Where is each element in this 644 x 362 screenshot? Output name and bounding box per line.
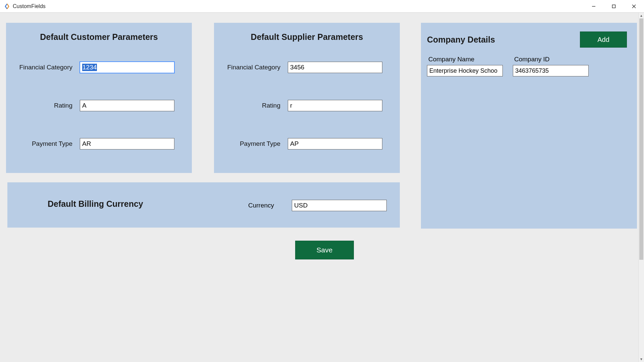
scrollbar-down-arrow-icon[interactable]: ▼ <box>639 356 644 362</box>
supplier-financial-category-label: Financial Category <box>214 64 288 71</box>
customer-financial-category-label: Financial Category <box>6 64 80 71</box>
window-minimize-button[interactable] <box>584 0 604 13</box>
supplier-panel-title: Default Supplier Parameters <box>214 32 400 42</box>
customer-payment-type-label: Payment Type <box>6 140 80 147</box>
window-maximize-button[interactable] <box>604 0 624 13</box>
supplier-payment-type-input[interactable] <box>288 138 382 149</box>
billing-currency-label: Currency <box>248 202 274 209</box>
customer-payment-type-input[interactable] <box>80 138 174 149</box>
window-titlebar: CustomFields <box>0 0 644 13</box>
supplier-rating-label: Rating <box>214 102 288 109</box>
window-title: CustomFields <box>13 3 46 9</box>
customer-panel-title: Default Customer Parameters <box>6 32 192 42</box>
app-icon <box>4 3 10 9</box>
company-panel-title: Company Details <box>427 35 495 45</box>
svg-line-2 <box>632 5 636 8</box>
company-name-input[interactable] <box>427 65 503 76</box>
supplier-parameters-panel: Default Supplier Parameters Financial Ca… <box>214 23 400 173</box>
customer-parameters-panel: Default Customer Parameters Financial Ca… <box>6 23 192 173</box>
customer-rating-input[interactable] <box>80 100 174 111</box>
supplier-financial-category-input[interactable] <box>288 62 382 73</box>
content-area: Default Customer Parameters Financial Ca… <box>0 13 644 362</box>
vertical-scrollbar[interactable]: ▲ ▼ <box>638 13 644 362</box>
add-company-button[interactable]: Add <box>580 32 627 48</box>
company-details-panel: Company Details Add Company Name Company… <box>421 23 637 229</box>
scrollbar-thumb[interactable] <box>639 18 643 260</box>
billing-currency-panel: Default Billing Currency Currency <box>7 182 400 228</box>
company-id-label: Company ID <box>513 56 589 63</box>
svg-line-3 <box>632 5 636 8</box>
company-id-input[interactable] <box>513 65 589 76</box>
svg-rect-1 <box>612 5 615 8</box>
customer-financial-category-value: 1234 <box>82 64 97 71</box>
company-name-label: Company Name <box>427 56 503 63</box>
window-close-button[interactable] <box>624 0 644 13</box>
scrollbar-up-arrow-icon[interactable]: ▲ <box>639 13 644 18</box>
supplier-rating-input[interactable] <box>288 100 382 111</box>
customer-financial-category-input[interactable]: 1234 <box>80 62 174 73</box>
save-button[interactable]: Save <box>295 241 354 259</box>
billing-panel-title: Default Billing Currency <box>48 199 143 209</box>
customer-rating-label: Rating <box>6 102 80 109</box>
billing-currency-input[interactable] <box>292 200 387 211</box>
supplier-payment-type-label: Payment Type <box>214 140 288 147</box>
